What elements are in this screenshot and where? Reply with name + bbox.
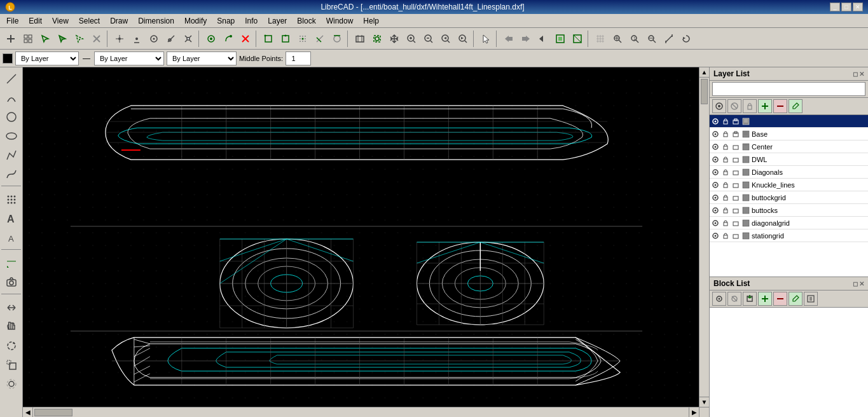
tool-grid[interactable]: [20, 31, 36, 47]
ltool-points[interactable]: [3, 191, 20, 208]
layer-color-icon[interactable]: [741, 231, 750, 240]
layer-row[interactable]: Base: [710, 128, 868, 140]
layer-print-icon[interactable]: [731, 193, 740, 202]
menu-help[interactable]: Help: [358, 15, 384, 27]
menu-block[interactable]: Block: [292, 15, 320, 27]
scroll-thumb-v[interactable]: [701, 79, 708, 104]
layer-lock-icon[interactable]: [721, 117, 730, 126]
layer-row[interactable]: DWL: [710, 153, 868, 166]
layer-edit-btn[interactable]: [789, 99, 803, 113]
layer-lock-icon[interactable]: [721, 231, 730, 240]
layer-panel-restore[interactable]: ◻: [853, 71, 858, 78]
layer-lock-icon[interactable]: [721, 142, 730, 151]
tool-deselect[interactable]: [88, 31, 105, 47]
layer-color-icon[interactable]: [741, 181, 750, 189]
layer-add-btn[interactable]: [758, 99, 772, 113]
close-button[interactable]: ✕: [853, 3, 863, 11]
block-hide-btn[interactable]: [727, 292, 741, 306]
color-select[interactable]: By Layer: [15, 51, 79, 65]
tool-select-entity[interactable]: [37, 31, 53, 47]
tool-zoom-selected[interactable]: [569, 31, 586, 47]
scroll-thumb-h[interactable]: [34, 409, 72, 416]
ltool-hand[interactable]: [3, 318, 20, 336]
layer-row[interactable]: Center: [710, 140, 868, 153]
tool-grid-toggle[interactable]: [592, 31, 609, 47]
block-panel-close[interactable]: ✕: [859, 280, 864, 287]
v-scrollbar[interactable]: ▲ ▼: [699, 67, 709, 407]
ltool-camera[interactable]: [3, 273, 20, 291]
tool-select-intersect[interactable]: [71, 31, 88, 47]
canvas-area[interactable]: ▲ ▼ ◀ ▶: [23, 67, 709, 417]
ltool-line[interactable]: [3, 70, 20, 88]
layer-visible-icon[interactable]: [711, 206, 720, 215]
menu-dimension[interactable]: Dimension: [133, 15, 179, 27]
menu-layer[interactable]: Layer: [263, 15, 292, 27]
minimize-button[interactable]: _: [830, 3, 840, 11]
linetype-select[interactable]: By Layer: [94, 51, 164, 65]
ltool-dim[interactable]: [3, 254, 20, 272]
tool-free[interactable]: [220, 31, 237, 47]
middle-points-input[interactable]: [286, 51, 311, 65]
ltool-arc[interactable]: [3, 89, 20, 107]
layer-lock-icon[interactable]: [721, 168, 730, 177]
ltool-ellipse[interactable]: [3, 127, 20, 145]
block-attrs-btn[interactable]: [804, 292, 818, 306]
layer-row[interactable]: diagonalgrid: [710, 217, 868, 229]
block-panel-controls[interactable]: ◻ ✕: [853, 280, 864, 287]
ltool-polyline[interactable]: [3, 146, 20, 164]
layer-row[interactable]: Diagonals: [710, 166, 868, 179]
layer-visible-icon[interactable]: [711, 168, 720, 177]
layer-color-icon[interactable]: [741, 193, 750, 202]
block-add-btn[interactable]: [758, 292, 772, 306]
block-panel-restore[interactable]: ◻: [853, 280, 858, 287]
tool-arrow-left[interactable]: [535, 31, 551, 47]
block-show-btn[interactable]: [712, 292, 726, 306]
layer-lock-icon[interactable]: [721, 206, 730, 215]
layer-hide-all-btn[interactable]: [727, 99, 741, 113]
menu-window[interactable]: Window: [321, 15, 359, 27]
ltool-text-small[interactable]: A: [3, 229, 20, 247]
layer-visible-icon[interactable]: [711, 193, 720, 202]
layer-print-icon[interactable]: [731, 168, 740, 177]
layer-row[interactable]: buttocks: [710, 204, 868, 217]
layer-lock-icon[interactable]: [721, 193, 730, 202]
tool-zoom-1x[interactable]: 1: [626, 31, 643, 47]
tool-snap-tangent[interactable]: [329, 31, 345, 47]
tool-nearest[interactable]: [163, 31, 179, 47]
tool-zoom-window[interactable]: [369, 31, 385, 47]
layer-color-icon[interactable]: [741, 142, 750, 151]
menu-file[interactable]: File: [1, 15, 24, 27]
ltool-gear[interactable]: [3, 375, 20, 393]
color-swatch[interactable]: [3, 53, 13, 64]
ltool-text-large[interactable]: A: [3, 210, 20, 228]
layer-print-icon[interactable]: [731, 231, 740, 240]
tool-zoom-prev[interactable]: [437, 31, 454, 47]
tool-snap-perpendicular[interactable]: [312, 31, 328, 47]
layer-print-icon[interactable]: [731, 219, 740, 228]
layer-print-icon[interactable]: [731, 155, 740, 164]
tool-midpoint[interactable]: [128, 31, 145, 47]
scroll-down-btn[interactable]: ▼: [699, 397, 709, 407]
tool-zoom-out[interactable]: [420, 31, 437, 47]
layer-print-icon[interactable]: [731, 117, 740, 126]
layer-lock-icon[interactable]: [721, 219, 730, 228]
scroll-right-btn[interactable]: ▶: [689, 407, 699, 417]
ltool-rotate[interactable]: [3, 337, 20, 355]
tool-delete[interactable]: [237, 31, 254, 47]
layer-color-icon[interactable]: [741, 168, 750, 177]
layer-row[interactable]: Knuckle_lines: [710, 179, 868, 191]
block-remove-btn[interactable]: [773, 292, 787, 306]
layer-search-input[interactable]: [712, 82, 865, 96]
ltool-move[interactable]: [3, 299, 20, 317]
layer-print-icon[interactable]: [731, 130, 740, 139]
menu-snap[interactable]: Snap: [212, 15, 240, 27]
layer-color-icon[interactable]: [741, 155, 750, 164]
tool-zoom-pan[interactable]: [386, 31, 403, 47]
layer-panel-close[interactable]: ✕: [859, 71, 864, 78]
tool-snap-on-entity[interactable]: [277, 31, 294, 47]
layer-visible-icon[interactable]: [711, 155, 720, 164]
tool-select-mouse[interactable]: [478, 31, 494, 47]
tool-intersection[interactable]: [180, 31, 196, 47]
tool-forward[interactable]: [518, 31, 534, 47]
layer-row[interactable]: stationgrid: [710, 229, 868, 242]
